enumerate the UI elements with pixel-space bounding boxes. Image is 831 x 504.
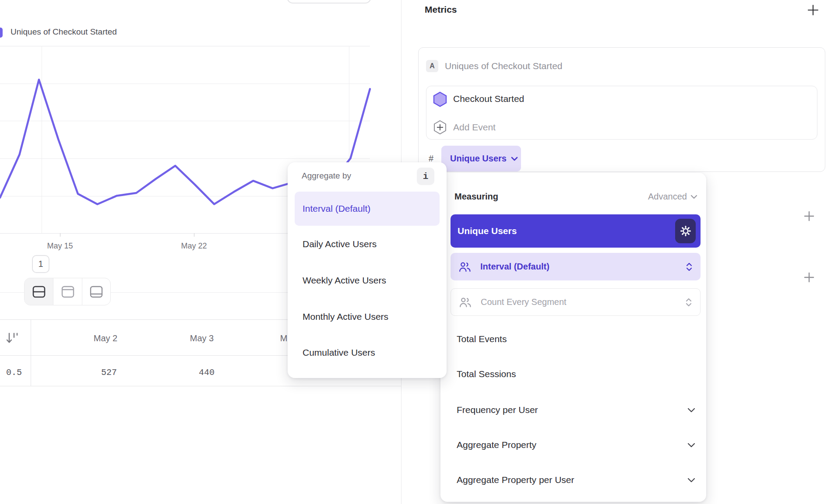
gear-icon [680,225,692,237]
plus-icon [807,4,819,16]
measure-option-total-events[interactable]: Total Events [457,329,695,349]
users-icon [458,261,472,273]
chevron-down-icon [511,157,518,161]
info-icon[interactable]: i [417,168,434,185]
table-bottom-border [0,386,401,386]
item-label: Frequency per User [457,405,538,415]
plus-icon [803,272,815,283]
measure-option-aggregate-property-per-user[interactable]: Aggregate Property per User [457,470,695,490]
split-horizontal-icon [32,285,46,298]
sort-icon[interactable] [6,331,19,347]
layout-bottom-panel-button[interactable] [82,278,110,305]
measure-option-frequency-per-user[interactable]: Frequency per User [457,400,695,420]
menu-item-monthly-active-users[interactable]: Monthly Active Users [303,308,434,326]
table-cell: 527 [74,368,144,378]
plus-icon [803,210,815,222]
page-number-box[interactable]: 1 [32,255,49,273]
table-cell: 0.5 [0,368,49,378]
advanced-label: Advanced [648,192,687,202]
add-metric-button[interactable] [807,4,819,18]
metric-title-input[interactable]: Uniques of Checkout Started [445,61,563,71]
advanced-dropdown[interactable]: Advanced [648,192,697,202]
menu-item-daily-active-users[interactable]: Daily Active Users [303,235,434,253]
chevron-down-icon [687,478,695,483]
add-filter-button[interactable] [803,210,816,223]
event-hexagon-icon [432,91,448,109]
chevron-down-icon [687,443,695,448]
table-header-cell[interactable]: May 2 [70,333,141,343]
layout-split-horizontal-button[interactable] [25,278,53,305]
measuring-title: Measuring [454,192,498,202]
menu-item-weekly-active-users[interactable]: Weekly Active Users [303,272,434,289]
top-panel-icon [60,285,75,298]
measure-chip-label: Unique Users [450,154,507,164]
measure-option-aggregate-property[interactable]: Aggregate Property [457,435,695,455]
interval-default-selector[interactable]: Interval (Default) [451,253,701,280]
layout-top-panel-button[interactable] [53,278,81,305]
table-header-cell[interactable]: May 3 [167,333,237,343]
measure-dropdown-chip[interactable]: Unique Users [441,146,521,172]
chevron-down-icon [690,195,697,199]
chevron-down-icon [687,408,695,413]
menu-item-interval-default[interactable]: Interval (Default) [295,192,440,226]
unique-users-label: Unique Users [458,226,517,236]
add-breakdown-button[interactable] [803,271,816,284]
item-label: Aggregate Property [457,440,536,450]
aggregate-by-menu: Aggregate by i Interval (Default) Daily … [288,162,447,378]
menu-item-cumulative-users[interactable]: Cumulative Users [303,344,434,361]
users-icon [459,297,472,308]
measure-settings-button[interactable] [675,219,696,243]
insights-report: Uniques of Checkout Started May 15 May 2… [0,0,831,504]
item-label: Total Events [457,334,507,344]
bottom-panel-icon [89,285,104,298]
count-every-segment-selector[interactable]: Count Every Segment [451,288,701,316]
layout-toggle-group [24,278,111,305]
metric-letter-badge: A [426,60,438,72]
item-label: Total Sessions [457,369,516,379]
aggregate-by-title: Aggregate by [302,171,351,181]
interval-row-label: Interval (Default) [480,262,549,272]
segment-row-label: Count Every Segment [481,297,567,307]
measure-option-unique-users-selected[interactable]: Unique Users [451,214,701,248]
select-chevrons-icon [686,262,693,272]
measure-option-total-sessions[interactable]: Total Sessions [457,364,695,384]
select-chevrons-icon [685,298,692,307]
metrics-section-title: Metrics [425,4,457,15]
event-name[interactable]: Checkout Started [453,94,524,104]
table-cell: 440 [172,368,242,378]
add-event-button[interactable]: Add Event [453,122,496,133]
item-label: Aggregate Property per User [457,475,574,485]
measuring-menu: Measuring Advanced Unique Users [440,173,706,502]
add-event-hexagon-icon [433,119,447,137]
